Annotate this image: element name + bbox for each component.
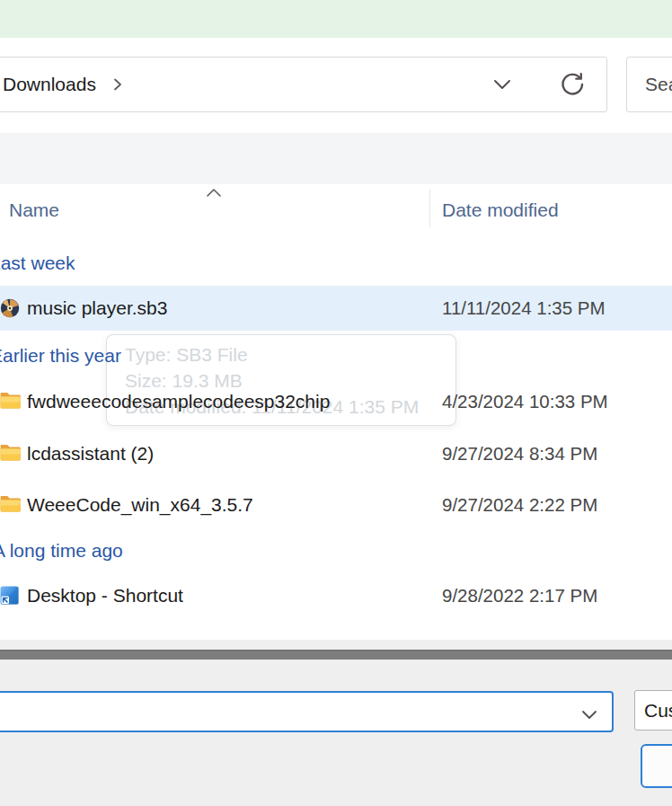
filename-input[interactable]: [0, 695, 559, 731]
search-placeholder-text: Sea: [645, 74, 672, 95]
group-header-last-week[interactable]: Last week: [0, 252, 75, 274]
dialog-top-accent-bar: [0, 0, 672, 38]
folder-icon: [0, 444, 20, 464]
file-date-modified: 9/28/2022 2:17 PM: [442, 573, 597, 618]
file-name[interactable]: Desktop - Shortcut: [27, 573, 183, 618]
shortcut-icon: [0, 586, 20, 606]
tooltip-type-line: Type: SB3 File: [125, 341, 455, 368]
open-button[interactable]: [641, 744, 672, 788]
column-header-name[interactable]: Name: [9, 199, 59, 221]
column-header-date-modified[interactable]: Date modified: [442, 199, 559, 221]
breadcrumb-downloads[interactable]: Downloads: [3, 74, 96, 95]
bottom-panel-gap: [0, 640, 672, 650]
sb3-file-icon: [0, 298, 20, 318]
file-name[interactable]: music player.sb3: [27, 286, 167, 331]
file-name[interactable]: WeeeCode_win_x64_3.5.7: [27, 483, 253, 527]
file-row-desktop-shortcut[interactable]: Desktop - Shortcut 9/28/2022 2:17 PM: [0, 573, 672, 618]
file-type-filter-dropdown[interactable]: Cus: [634, 690, 672, 731]
file-row-music-player[interactable]: music player.sb3 11/11/2024 1:35 PM: [0, 286, 672, 331]
address-dropdown-chevron-icon[interactable]: [493, 79, 511, 90]
file-name[interactable]: lcdassistant (2): [27, 431, 154, 476]
column-divider[interactable]: [429, 190, 430, 227]
file-open-dialog: Downloads Sea Name Date modified Last we…: [0, 0, 672, 806]
file-name[interactable]: fwdweeecodesamplecodeesp32chip: [27, 379, 330, 424]
file-row-fwdweeecode[interactable]: fwdweeecodesamplecodeesp32chip 4/23/2024…: [0, 379, 672, 424]
refresh-icon[interactable]: [558, 71, 585, 98]
file-date-modified: 9/27/2024 8:34 PM: [442, 431, 597, 476]
search-input[interactable]: Sea: [626, 57, 672, 112]
file-row-lcdassistant[interactable]: lcdassistant (2) 9/27/2024 8:34 PM: [0, 431, 672, 476]
bottom-panel: [0, 660, 672, 806]
group-header-a-long-time-ago[interactable]: A long time ago: [0, 540, 123, 562]
file-date-modified: 11/11/2024 1:35 PM: [442, 286, 606, 331]
folder-icon: [0, 495, 20, 515]
sort-ascending-caret-icon: [206, 185, 222, 201]
file-type-filter-label: Cus: [644, 700, 672, 722]
file-row-weeecode[interactable]: WeeeCode_win_x64_3.5.7 9/27/2024 2:22 PM: [0, 483, 672, 527]
address-bar[interactable]: Downloads: [0, 57, 607, 112]
file-date-modified: 9/27/2024 2:22 PM: [442, 483, 597, 527]
command-bar-area: [0, 133, 672, 184]
folder-icon: [0, 392, 20, 412]
group-header-earlier-this-year[interactable]: Earlier this year: [0, 345, 121, 367]
filename-combobox[interactable]: [0, 691, 614, 732]
breadcrumb-chevron-right-icon[interactable]: [112, 76, 123, 93]
file-date-modified: 4/23/2024 10:33 PM: [442, 379, 608, 424]
resize-splitter-bar[interactable]: [0, 650, 672, 660]
filename-dropdown-chevron-icon[interactable]: [581, 707, 597, 723]
